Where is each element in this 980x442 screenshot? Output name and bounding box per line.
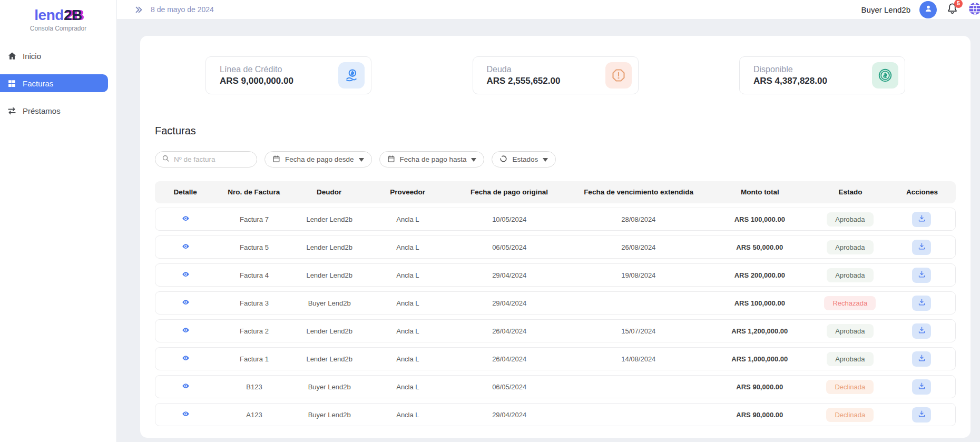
column-header: Fecha de pago original (449, 189, 570, 197)
download-button[interactable] (912, 212, 931, 227)
search-icon (162, 154, 170, 164)
download-button[interactable] (912, 296, 931, 311)
calendar-icon (387, 155, 395, 164)
invoice-number: Factura 5 (216, 243, 292, 251)
table-row: Factura 5 Lender Lend2b Ancla L 06/05/20… (155, 235, 956, 259)
table-row: Factura 1 Lender Lend2b Ancla L 26/04/20… (155, 347, 956, 370)
calendar-icon (272, 155, 280, 164)
invoice-amount: ARS 200,000.00 (707, 271, 812, 279)
invoice-original-date: 29/04/2024 (449, 271, 570, 279)
column-header: Estado (812, 189, 888, 197)
invoice-provider: Ancla L (367, 411, 449, 419)
filter-states[interactable]: Estados (492, 151, 556, 168)
user-avatar-icon (923, 3, 934, 16)
invoice-provider: Ancla L (367, 215, 449, 223)
sidebar-item-inicio[interactable]: Inicio (0, 47, 108, 65)
invoice-search[interactable] (155, 151, 257, 168)
caret-down-icon (471, 155, 476, 163)
download-icon (918, 214, 926, 224)
download-button[interactable] (912, 407, 931, 423)
download-button[interactable] (912, 379, 931, 395)
topbar: 8 de mayo de 2024 Buyer Lend2b 5 (117, 0, 980, 19)
table-row: Factura 4 Lender Lend2b Ancla L 29/04/20… (155, 263, 956, 287)
sidebar-nav: Inicio Facturas Préstamos (0, 47, 116, 120)
invoice-debtor: Lender Lend2b (292, 243, 367, 251)
invoice-extended-date: 28/08/2024 (570, 215, 707, 223)
view-detail-button[interactable] (182, 298, 190, 308)
view-detail-button[interactable] (182, 242, 190, 252)
logo-part-lend: lend (34, 7, 64, 23)
invoices-grid-icon (7, 78, 17, 89)
hand-dollar-icon (338, 62, 365, 89)
download-icon (918, 242, 926, 252)
invoice-original-date: 26/04/2024 (449, 327, 570, 335)
eye-icon (182, 214, 190, 224)
invoice-original-date: 06/05/2024 (449, 243, 570, 251)
filter-label: Fecha de pago hasta (400, 155, 467, 163)
invoice-rows: Factura 7 Lender Lend2b Ancla L 10/05/20… (155, 208, 956, 426)
globe-icon (968, 2, 980, 18)
caret-down-icon (359, 155, 364, 163)
column-header: Nro. de Factura (216, 189, 292, 197)
download-button[interactable] (912, 323, 931, 339)
invoice-debtor: Lender Lend2b (292, 271, 367, 279)
eye-icon (182, 242, 190, 252)
current-date: 8 de mayo de 2024 (151, 5, 214, 14)
invoice-search-input[interactable] (174, 155, 248, 163)
invoice-number: Factura 2 (216, 327, 292, 335)
invoice-original-date: 26/04/2024 (449, 355, 570, 363)
invoice-amount: ARS 1,000,000.00 (707, 355, 812, 363)
column-header: Fecha de vencimiento extendida (570, 189, 707, 197)
download-icon (918, 410, 926, 419)
status-circle-icon (499, 155, 507, 164)
view-detail-button[interactable] (182, 326, 190, 336)
table-row: Factura 7 Lender Lend2b Ancla L 10/05/20… (155, 208, 956, 231)
invoice-number: B123 (216, 383, 292, 391)
summary-cards: Línea de Crédito ARS 9,000,000.00 Deuda … (155, 56, 956, 94)
sidebar-item-facturas[interactable]: Facturas (0, 74, 108, 92)
alert-octagon-icon (605, 62, 632, 89)
topbar-left: 8 de mayo de 2024 (134, 5, 214, 14)
user-avatar[interactable] (919, 1, 937, 18)
card-value: ARS 9,000,000.00 (220, 76, 293, 86)
invoice-provider: Ancla L (367, 383, 449, 391)
download-button[interactable] (912, 351, 931, 367)
download-button[interactable] (912, 268, 931, 283)
sidebar-item-prestamos[interactable]: Préstamos (0, 102, 108, 120)
invoice-amount: ARS 90,000.00 (707, 383, 812, 391)
view-detail-button[interactable] (182, 270, 190, 280)
view-detail-button[interactable] (182, 354, 190, 364)
filter-date-from[interactable]: Fecha de pago desde (264, 151, 372, 168)
table-row: B123 Buyer Lend2b Ancla L 06/05/2024 ARS… (155, 375, 956, 398)
column-header: Deudor (292, 189, 366, 197)
table-header: Detalle Nro. de Factura Deudor Proveedor… (155, 181, 956, 203)
invoices-title: Facturas (155, 125, 956, 137)
column-header: Detalle (155, 189, 216, 197)
view-detail-button[interactable] (182, 382, 190, 391)
filter-date-to[interactable]: Fecha de pago hasta (379, 151, 485, 168)
invoice-number: A123 (216, 411, 292, 419)
card-value: ARS 4,387,828.00 (753, 76, 827, 86)
language-button[interactable] (968, 2, 980, 18)
notification-badge: 5 (954, 0, 963, 8)
eye-icon (182, 298, 190, 308)
status-badge: Declinada (826, 408, 874, 422)
logo-part-2b: 2B (64, 7, 82, 23)
download-button[interactable] (912, 240, 931, 255)
invoice-original-date: 29/04/2024 (449, 299, 570, 307)
sidebar-collapse-icon[interactable] (134, 5, 143, 14)
invoice-amount: ARS 90,000.00 (707, 411, 812, 419)
eye-icon (182, 410, 190, 419)
view-detail-button[interactable] (182, 214, 190, 224)
notifications-button[interactable]: 5 (946, 2, 959, 17)
card-title: Línea de Crédito (220, 65, 293, 74)
download-icon (918, 326, 926, 336)
view-detail-button[interactable] (182, 410, 190, 419)
logo: lend2B Consola Comprador (0, 0, 116, 32)
invoice-extended-date: 26/08/2024 (570, 243, 707, 251)
invoice-original-date: 29/04/2024 (449, 411, 570, 419)
eye-icon (182, 270, 190, 280)
logo-text: lend2B (0, 7, 116, 23)
invoice-debtor: Buyer Lend2b (292, 411, 367, 419)
invoice-provider: Ancla L (367, 271, 449, 279)
